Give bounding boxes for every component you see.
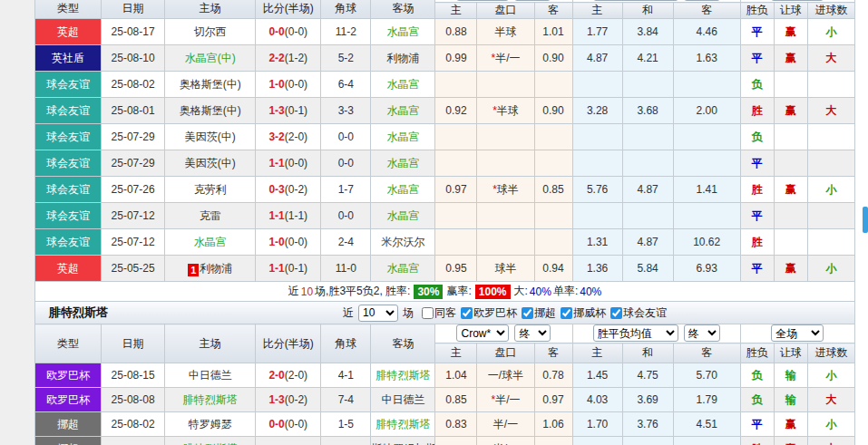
match-date: 25-08-02 [102,72,165,98]
result: 胜 [740,229,774,256]
column-header: 和 [622,3,673,19]
score: 1-1(0-0) [256,150,321,177]
avg-stage-select[interactable]: 终 [684,0,720,1]
odds-home: 3.28 [572,98,622,124]
odds-stage-select[interactable]: 终 [514,0,551,1]
handicap-line: 半/一 [477,412,534,437]
filter-list: 同客欧罗巴杯挪超挪威杯球会友谊 [417,305,667,321]
odds-draw: 3.69 [622,388,673,412]
filter-checkbox[interactable] [461,307,473,319]
filter-checkbox[interactable] [522,307,533,319]
odds-draw: 4.21 [622,45,673,72]
odds-company-select[interactable]: Crow* [456,324,509,342]
scope-select[interactable]: 全场 [771,0,824,1]
column-header: 类型 [35,324,102,363]
match-row: 球会友谊25-07-29美因茨(中)1-1(0-0)0-0水晶宫平 [35,150,855,177]
handicap-line: *球半 [477,177,534,203]
league-badge: 球会友谊 [35,177,102,203]
filter-item: 同客 [422,305,456,321]
column-header: 角球 [321,324,371,363]
away-team: 水晶宫 [386,78,419,91]
corner-score: 1-7 [321,177,371,203]
league-badge: 英超 [35,19,102,45]
handicap-line [477,124,534,150]
odds-stage-select[interactable]: 终 [514,324,551,342]
handicap-home-odds: 1.04 [435,363,477,388]
column-header: 角球 [321,0,371,19]
handicap-result: 输 [774,388,807,412]
fredrikstad-matches-table: 类型日期主场比分(半场)角球客场Crow*终胜平负均值终全场主盘口客主和客胜负让… [34,324,855,445]
summary-line: 近10场,胜3平5负2, 胜率:30% 赢率:100% 大:40% 单率:40% [34,282,855,302]
league-badge: 挪超 [35,437,102,445]
away-team: 水晶宫 [386,131,419,143]
summary-segment: 40% [530,285,551,298]
avg-stage-select[interactable]: 终 [684,324,720,342]
handicap-result [774,229,807,256]
goals-result [807,150,854,177]
section-header-bar: 腓特烈斯塔 近 10 场 同客欧罗巴杯挪超挪威杯球会友谊 [34,301,855,324]
handicap-home-odds [435,72,477,98]
corner-score: 3-3 [321,98,371,124]
away-team: 水晶宫 [386,209,419,222]
filter-checkbox[interactable] [610,307,622,319]
summary-segment: 30% [414,285,443,299]
home-team: 美因茨(中) [185,131,236,143]
handicap-result: 赢 [774,177,807,203]
result: 平 [740,203,774,229]
handicap-away-odds [534,229,572,256]
summary-segment: 单率: [553,284,578,299]
column-header: 客 [673,3,740,19]
result: 平 [740,412,774,437]
handicap-home-odds: 0.88 [435,19,477,45]
column-header: 主场 [165,0,256,19]
filter-checkbox[interactable] [422,307,434,319]
odds-home: 1.70 [572,412,622,437]
match-date: 25-07-12 [102,203,165,229]
match-row: 球会友谊25-07-29美因茨(中)3-2(2-0)0-0水晶宫负 [35,124,855,150]
away-team: 水晶宫 [386,183,419,196]
match-row: 欧罗巴杯25-08-15中日德兰2-0(2-0)4-1腓特烈斯塔1.04一/球半… [35,363,855,388]
handicap-home-odds [435,437,477,445]
scrollbar-fragment[interactable] [863,207,868,233]
column-header: 比分(半场) [256,324,321,363]
avg-odds-select[interactable]: 胜平负均值 [593,0,678,1]
corner-score: 4-1 [321,363,371,388]
column-header: 日期 [102,324,165,363]
recent-count-select[interactable]: 10 [358,305,398,322]
scope-select[interactable]: 全场 [771,324,824,342]
odds-home: 1.45 [572,363,622,388]
filter-checkbox[interactable] [561,307,572,319]
corner-score [321,437,371,445]
score: 1-0(0-0) [256,72,321,98]
away-team: 米尔沃尔 [381,236,424,248]
handicap-away-odds [534,203,572,229]
odds-away: 1.63 [673,45,740,72]
match-date: 25-08-10 [102,45,165,72]
column-header: 客 [534,3,572,19]
result: 负 [740,363,774,388]
odds-home: 4.03 [572,388,622,412]
home-team: 切尔西 [194,25,227,38]
league-badge: 球会友谊 [35,98,102,124]
handicap-away-odds: 0.85 [534,177,572,203]
handicap-result [774,124,807,150]
corner-score: 5-2 [321,45,371,72]
odds-away: 10.62 [673,229,740,256]
away-team: 腓特烈斯塔 [375,369,430,382]
score: 1-1(0-1) [256,256,321,282]
handicap-line: *半/一 [477,45,534,72]
home-team: 特罗姆瑟 [189,418,232,430]
odds-draw [622,72,673,98]
corner-score: 0-0 [321,203,371,229]
match-row: 球会友谊25-08-01奥格斯堡(中)1-3(0-1)3-3水晶宫0.92*半球… [35,98,855,124]
score: 1-1(1-1) [256,203,321,229]
summary-segment: 10 [301,285,313,298]
match-row: 英超25-08-17切尔西0-0(0-0)11-2水晶宫0.88半球1.011.… [35,19,855,45]
odds-company-select[interactable]: Crow* [456,0,509,1]
goals-result: 大 [807,388,854,412]
odds-draw [622,203,673,229]
match-date: 25-05-25 [102,256,165,282]
column-header: 盘口 [477,343,534,363]
avg-odds-select[interactable]: 胜平负均值 [593,324,678,342]
odds-draw: 3.84 [622,19,673,45]
